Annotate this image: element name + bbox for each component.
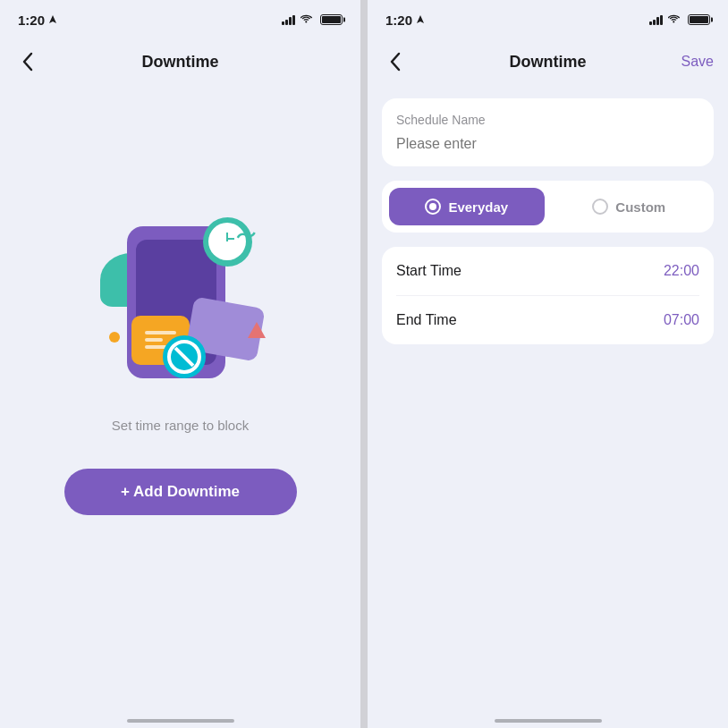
svg-marker-1	[417, 15, 424, 23]
start-time-label: Start Time	[396, 263, 461, 279]
right-page-title: Downtime	[509, 53, 586, 72]
left-status-icons	[282, 14, 343, 25]
save-button[interactable]: Save	[681, 54, 714, 70]
add-downtime-button[interactable]: + Add Downtime	[64, 469, 297, 515]
downtime-illustration: 〜	[82, 199, 279, 396]
right-navigation-arrow-icon	[416, 15, 425, 24]
right-status-icons	[649, 14, 710, 25]
left-main-content: 〜 Set time range to block + Add Downtime	[64, 84, 297, 701]
right-time-display: 1:20	[385, 13, 412, 28]
time-display: 1:20	[18, 13, 45, 28]
start-time-value: 22:00	[664, 263, 699, 279]
custom-option[interactable]: Custom	[552, 188, 707, 225]
right-status-bar: 1:20	[368, 0, 728, 39]
add-downtime-label: + Add Downtime	[121, 483, 240, 501]
wifi-icon	[301, 14, 315, 25]
block-symbol	[163, 335, 206, 378]
left-screen: 1:20 Downtime	[0, 0, 360, 728]
end-time-row[interactable]: End Time 07:00	[382, 296, 714, 344]
end-time-value: 07:00	[664, 312, 699, 328]
battery-icon	[320, 14, 343, 25]
left-home-indicator	[0, 701, 360, 728]
schedule-name-input[interactable]	[396, 136, 699, 152]
start-time-row[interactable]: Start Time 22:00	[382, 247, 714, 295]
red-triangle	[248, 322, 266, 338]
squiggle-decoration: 〜	[233, 220, 258, 252]
time-settings-card: Start Time 22:00 End Time 07:00	[382, 247, 714, 344]
everyday-radio	[425, 199, 441, 215]
right-signal-icon	[649, 15, 663, 25]
orange-dot	[109, 332, 120, 343]
schedule-name-card: Schedule Name	[382, 98, 714, 166]
svg-marker-0	[49, 15, 56, 23]
end-time-label: End Time	[396, 312, 457, 328]
custom-radio	[592, 199, 608, 215]
left-back-button[interactable]	[14, 48, 41, 75]
everyday-label: Everyday	[448, 199, 508, 215]
right-screen: 1:20 Downtime S	[368, 0, 728, 728]
frequency-selector: Everyday Custom	[382, 181, 714, 233]
left-page-title: Downtime	[141, 53, 218, 72]
navigation-arrow-icon	[48, 15, 57, 24]
illustration-description: Set time range to block	[112, 418, 249, 433]
schedule-name-label: Schedule Name	[396, 113, 699, 127]
panel-divider	[360, 0, 368, 728]
right-nav-bar: Downtime Save	[368, 39, 728, 84]
right-battery-icon	[688, 14, 710, 25]
custom-label: Custom	[615, 199, 665, 215]
right-main-content: Schedule Name Everyday Custom Start Time…	[368, 84, 728, 701]
left-status-bar: 1:20	[0, 0, 360, 39]
everyday-option[interactable]: Everyday	[389, 188, 545, 225]
right-status-time: 1:20	[385, 13, 425, 28]
right-wifi-icon	[668, 14, 682, 25]
signal-icon	[282, 15, 295, 25]
left-nav-bar: Downtime	[0, 39, 360, 84]
right-home-indicator	[368, 701, 728, 728]
right-back-button[interactable]	[382, 48, 409, 75]
left-status-time: 1:20	[18, 13, 57, 28]
